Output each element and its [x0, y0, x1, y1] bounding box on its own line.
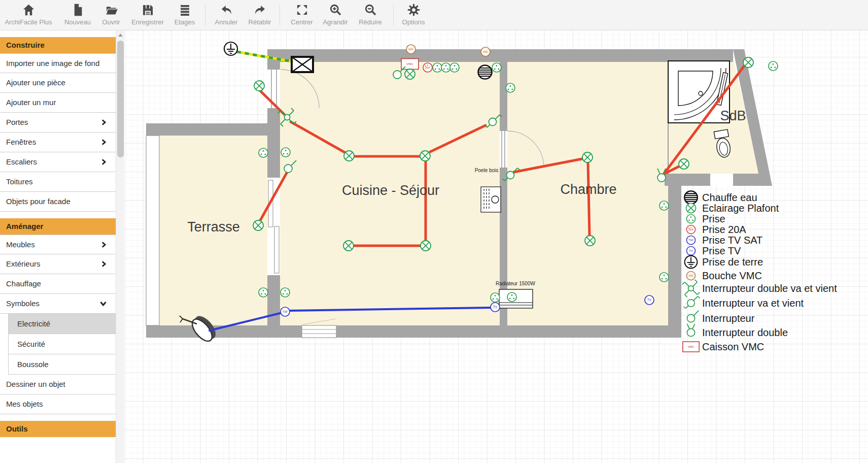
- plan-symbol-tvsat: TSF: [686, 236, 695, 244]
- toolbar-button-zoomout[interactable]: Réduire: [346, 3, 395, 28]
- plan-symbol-prise20a[interactable]: 20A: [423, 63, 432, 72]
- sidebar-row-label: Symboles: [6, 299, 40, 308]
- plan-symbol-prise[interactable]: [441, 63, 450, 72]
- plan-symbol-tv[interactable]: TV: [645, 295, 654, 305]
- toolbar-label: ArchiFacile Plus: [5, 18, 52, 26]
- sidebar-section-outils: Outils: [0, 421, 116, 437]
- toolbar-label: Centrer: [291, 18, 313, 26]
- wire-red[interactable]: [588, 163, 589, 235]
- svg-text:TV: TV: [647, 298, 652, 302]
- plan-symbol-eclairage[interactable]: [405, 69, 415, 79]
- sidebar-item-escaliers[interactable]: Escaliers: [0, 152, 116, 172]
- door-sliding-terrasse[interactable]: [267, 178, 280, 275]
- plan-symbol-eclairage[interactable]: [743, 57, 753, 68]
- sidebar-item-symboles[interactable]: Symboles: [0, 294, 116, 314]
- plan-symbol-prise[interactable]: [491, 293, 500, 302]
- plan-symbol-tv[interactable]: TV: [491, 303, 500, 312]
- plan-symbol-eclairage[interactable]: [585, 236, 595, 246]
- sidebar-row-label: Importer une image de fond: [6, 59, 99, 68]
- sidebar-row-label: Mes objets: [6, 400, 43, 408]
- plan-symbol-eclairage[interactable]: [254, 81, 264, 91]
- svg-text:20A: 20A: [688, 228, 693, 231]
- window-terrasse-left[interactable]: [146, 136, 159, 325]
- plan-symbol-eclairage[interactable]: [343, 241, 354, 251]
- toolbar-button-redo[interactable]: Rétablir: [235, 3, 284, 28]
- room-label: Chambre: [560, 182, 616, 197]
- sidebar-item-exterieurs[interactable]: Extérieurs: [0, 254, 116, 274]
- plan-symbol-prise[interactable]: [281, 148, 290, 157]
- wood-stove[interactable]: [481, 187, 501, 212]
- door-sdb[interactable]: [710, 174, 733, 186]
- plan-symbol-eclairage[interactable]: [253, 220, 263, 230]
- svg-text:TV: TV: [493, 305, 498, 309]
- svg-text:VMC: VMC: [688, 345, 695, 348]
- plan-symbol-prise[interactable]: [492, 63, 501, 72]
- plan-symbol-prise[interactable]: [659, 273, 669, 282]
- sidebar-subitem-securite[interactable]: Sécurité: [9, 334, 116, 354]
- plan-symbol-prise: [686, 214, 695, 223]
- sidebar-scrollbar[interactable]: [116, 30, 125, 463]
- sidebar-item-ajouter-un-mur[interactable]: Ajouter un mur: [0, 93, 116, 113]
- sidebar-subitem-boussole[interactable]: Boussole: [9, 354, 116, 375]
- toolbar-button-options[interactable]: Options: [389, 3, 438, 28]
- sidebar-item-objets-pour-facade[interactable]: Objets pour facade: [0, 192, 116, 212]
- legend-label: Chauffe eau: [702, 192, 757, 203]
- scrollbar-thumb[interactable]: [117, 41, 124, 157]
- sidebar-item-dessiner-un-objet[interactable]: Dessiner un objet: [0, 375, 116, 394]
- toolbar-label: Rétablir: [249, 18, 271, 26]
- sidebar-row-label: Aménager: [6, 222, 43, 230]
- sidebar-item-importer-une-image-de-fond[interactable]: Importer une image de fond: [0, 53, 116, 73]
- plan-symbol-tableau[interactable]: [292, 57, 313, 72]
- toolbar-label: Annuler: [215, 18, 238, 26]
- plan-symbol-eclairage[interactable]: [679, 159, 689, 169]
- plan-symbol-tvsat[interactable]: TSF: [281, 307, 290, 316]
- plan-symbol-eclairage[interactable]: [421, 241, 431, 251]
- chevron-right-icon: [101, 261, 107, 267]
- toolbar-label: Agrandir: [323, 18, 348, 26]
- sidebar-item-chauffage[interactable]: Chauffage: [0, 274, 116, 294]
- sidebar-row-label: Fenêtres: [6, 138, 36, 146]
- toolbar-button-home[interactable]: ArchiFacile Plus: [4, 3, 53, 28]
- sidebar-item-toitures[interactable]: Toitures: [0, 172, 116, 192]
- plan-symbol-prise[interactable]: [281, 288, 290, 297]
- sidebar-item-fenetres[interactable]: Fenêtres: [0, 133, 116, 152]
- floorplan-canvas[interactable]: VMCVMCVMC20ATSFTVTV TerrasseCuisine - Sé…: [125, 30, 868, 463]
- plan-symbol-prise[interactable]: [259, 148, 268, 157]
- wall-top[interactable]: [267, 49, 733, 62]
- plan-symbol-prise[interactable]: [450, 63, 459, 72]
- plan-symbol-bouchevmc[interactable]: VMC: [481, 47, 490, 56]
- save-icon: [141, 3, 155, 17]
- legend-label: Eclairage Plafont: [702, 203, 779, 214]
- plan-symbol-prise[interactable]: [506, 83, 515, 92]
- sidebar-item-meubles[interactable]: Meubles: [0, 235, 116, 254]
- plan-symbol-eclairage[interactable]: [420, 151, 430, 161]
- scroll-up-icon[interactable]: [116, 30, 125, 39]
- sidebar-item-ajouter-une-piece[interactable]: Ajouter une pièce: [0, 73, 116, 93]
- sidebar-section-amenager: Aménager: [0, 218, 116, 235]
- plan-symbol-prise20a: 20A: [686, 225, 695, 234]
- room-label: Cuisine - Séjour: [342, 183, 439, 198]
- plan-symbol-prise[interactable]: [259, 288, 268, 297]
- plan-symbol-bouchevmc: VMC: [686, 271, 695, 280]
- sidebar-submenu: ElectricitéSécuritéBoussole: [8, 314, 116, 375]
- wall-terrasse-top[interactable]: [146, 123, 280, 136]
- plan-symbol-prise[interactable]: [507, 292, 516, 302]
- sidebar-item-mes-objets[interactable]: Mes objets: [0, 394, 116, 414]
- sidebar-item-portes[interactable]: Portes: [0, 113, 116, 133]
- toolbar: ArchiFacile PlusNouveauOuvrirEnregistrer…: [0, 0, 868, 30]
- object-label: Poele bois: [475, 168, 499, 173]
- plan-symbol-eclairage[interactable]: [344, 151, 354, 161]
- plan-symbol-prise[interactable]: [769, 61, 778, 71]
- plan-symbol-eclairage[interactable]: [582, 152, 593, 162]
- plan-symbol-bouchevmc[interactable]: VMC: [406, 45, 415, 54]
- chevron-down-icon: [100, 301, 107, 307]
- sidebar-subitem-electricite[interactable]: Electricité: [9, 314, 116, 334]
- sidebar-row-label: Meubles: [6, 240, 35, 249]
- plan-symbol-prise[interactable]: [659, 201, 669, 210]
- open-folder-icon: [105, 3, 118, 17]
- plan-symbol-prise[interactable]: [433, 63, 442, 72]
- plan-symbol-terre[interactable]: [224, 42, 237, 55]
- plan-symbol-chauffeeau[interactable]: [478, 65, 492, 79]
- legend-label: Bouche VMC: [702, 270, 762, 281]
- wall-chambre-right[interactable]: [668, 174, 681, 325]
